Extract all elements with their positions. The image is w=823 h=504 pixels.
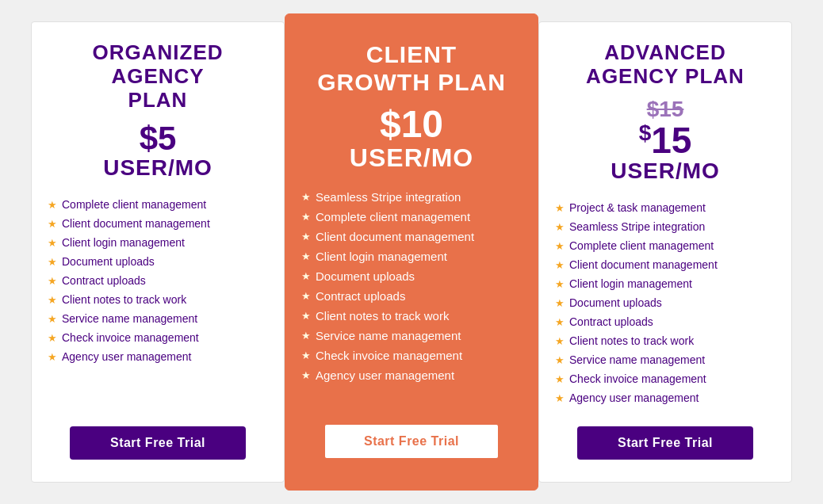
list-item: ★Client notes to track work: [555, 331, 775, 350]
feature-text: Check invoice management: [569, 372, 706, 385]
pricing-section: ORGANIZED AGENCY PLAN$5USER/MO★Complete …: [0, 6, 823, 498]
feature-text: Client document management: [316, 230, 474, 243]
list-item: ★Seamless Stripe integration: [555, 217, 775, 236]
list-item: ★Client notes to track work: [301, 306, 522, 326]
features-list-advanced: ★Project & task management★Seamless Stri…: [555, 198, 775, 407]
list-item: ★Project & task management: [555, 198, 775, 217]
feature-text: Check invoice management: [316, 349, 462, 362]
star-icon: ★: [48, 351, 57, 363]
list-item: ★Check invoice management: [555, 369, 775, 388]
feature-text: Contract uploads: [569, 315, 653, 328]
list-item: ★Client document management: [301, 227, 522, 246]
plan-price-wrapper-growth: $10USER/MO: [350, 105, 473, 173]
star-icon: ★: [301, 330, 311, 342]
star-icon: ★: [48, 218, 57, 230]
cta-button-organized[interactable]: Start Free Trial: [70, 426, 246, 460]
feature-text: Document uploads: [62, 255, 155, 268]
star-icon: ★: [555, 240, 565, 252]
list-item: ★Seamless Stripe integration: [301, 187, 522, 207]
list-item: ★Client document management: [555, 255, 775, 274]
star-icon: ★: [555, 297, 565, 309]
list-item: ★Service name management: [555, 350, 775, 369]
list-item: ★Check invoice management: [301, 346, 522, 365]
feature-text: Project & task management: [569, 201, 706, 214]
star-icon: ★: [301, 191, 311, 203]
cta-button-growth[interactable]: Start Free Trial: [323, 423, 500, 460]
feature-text: Client login management: [62, 236, 185, 249]
feature-text: Check invoice management: [62, 331, 199, 344]
star-icon: ★: [301, 290, 311, 302]
plan-title-advanced: ADVANCED AGENCY PLAN: [586, 41, 745, 89]
star-icon: ★: [301, 349, 311, 361]
star-icon: ★: [555, 373, 565, 385]
plan-price-organized: $5: [103, 122, 212, 155]
feature-text: Client document management: [569, 258, 718, 271]
list-item: ★Document uploads: [48, 252, 268, 271]
list-item: ★Complete client management: [48, 195, 268, 214]
features-list-organized: ★Complete client management★Client docum…: [48, 195, 268, 407]
feature-text: Service name management: [62, 312, 197, 325]
star-icon: ★: [48, 199, 57, 211]
feature-text: Client login management: [569, 277, 692, 290]
star-icon: ★: [301, 270, 311, 282]
star-icon: ★: [555, 316, 565, 328]
plan-title-organized: ORGANIZED AGENCY PLAN: [93, 41, 224, 113]
list-item: ★Document uploads: [555, 293, 775, 312]
list-item: ★Client login management: [301, 246, 522, 266]
list-item: ★Agency user management: [301, 365, 522, 385]
star-icon: ★: [555, 354, 565, 366]
price-strikethrough: $15: [647, 98, 684, 120]
feature-text: Complete client management: [316, 210, 470, 223]
list-item: ★Complete client management: [555, 236, 775, 255]
star-icon: ★: [48, 256, 57, 268]
list-item: ★Complete client management: [301, 207, 522, 227]
list-item: ★Service name management: [48, 309, 268, 328]
feature-text: Document uploads: [316, 269, 415, 283]
star-icon: ★: [48, 275, 57, 287]
price-dollar: $: [639, 122, 652, 144]
list-item: ★Client notes to track work: [48, 290, 268, 309]
list-item: ★Contract uploads: [301, 286, 522, 306]
feature-text: Seamless Stripe integration: [569, 220, 705, 233]
feature-text: Service name management: [569, 353, 705, 366]
plan-period-growth: USER/MO: [350, 143, 473, 173]
star-icon: ★: [555, 202, 565, 214]
star-icon: ★: [301, 250, 311, 262]
star-icon: ★: [555, 392, 565, 404]
plan-price-wrapper-advanced: $15$15USER/MO: [611, 98, 720, 184]
advanced-price-row: $15: [611, 98, 720, 120]
list-item: ★Agency user management: [48, 347, 268, 366]
list-item: ★Client login management: [48, 233, 268, 252]
feature-text: Seamless Stripe integration: [316, 190, 461, 204]
feature-text: Client notes to track work: [316, 309, 449, 323]
list-item: ★Contract uploads: [48, 271, 268, 290]
feature-text: Client notes to track work: [569, 334, 694, 347]
plan-title-growth: CLIENT GROWTH PLAN: [317, 41, 506, 96]
star-icon: ★: [555, 278, 565, 290]
feature-text: Contract uploads: [316, 289, 405, 303]
feature-text: Client login management: [316, 250, 447, 263]
star-icon: ★: [301, 211, 311, 223]
star-icon: ★: [48, 237, 57, 249]
star-icon: ★: [48, 294, 57, 306]
feature-text: Complete client management: [62, 198, 206, 211]
star-icon: ★: [301, 310, 311, 322]
star-icon: ★: [48, 313, 57, 325]
list-item: ★Agency user management: [555, 388, 775, 407]
cta-button-advanced[interactable]: Start Free Trial: [577, 426, 753, 460]
star-icon: ★: [555, 335, 565, 347]
star-icon: ★: [301, 231, 311, 242]
feature-text: Document uploads: [569, 296, 662, 309]
feature-text: Client document management: [62, 217, 210, 230]
list-item: ★Contract uploads: [555, 312, 775, 331]
feature-text: Agency user management: [569, 391, 699, 404]
price-new: 15: [651, 122, 691, 158]
star-icon: ★: [555, 259, 565, 271]
feature-text: Contract uploads: [62, 274, 146, 287]
plan-card-growth: CLIENT GROWTH PLAN$10USER/MO★Seamless St…: [285, 13, 538, 491]
feature-text: Agency user management: [316, 368, 454, 382]
plan-period-advanced: USER/MO: [611, 158, 720, 184]
plan-price-wrapper-organized: $5USER/MO: [103, 122, 212, 181]
feature-text: Client notes to track work: [62, 293, 186, 306]
list-item: ★Service name management: [301, 326, 522, 346]
